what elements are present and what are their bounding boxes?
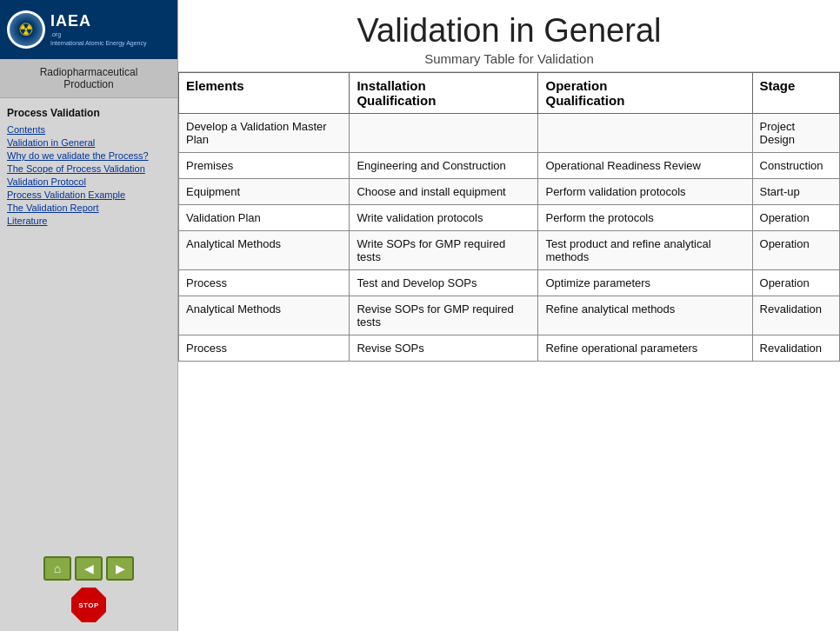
table-header-cell: InstallationQualification	[350, 73, 538, 114]
table-header: ElementsInstallationQualificationOperati…	[179, 73, 840, 114]
table-cell-stage: Construction	[752, 153, 839, 179]
stop-button[interactable]: STOP	[71, 588, 106, 622]
table-cell-element: Validation Plan	[179, 205, 350, 231]
page-subtitle: Summary Table for Validation	[187, 51, 831, 66]
table-cell-operation: Perform the protocols	[538, 205, 752, 231]
table-cell-element: Develop a Validation Master Plan	[179, 114, 350, 153]
main-header: Validation in General Summary Table for …	[178, 0, 840, 72]
table-cell-installation: Engineering and Construction	[350, 153, 538, 179]
table-cell-installation	[350, 114, 538, 153]
sidebar-nav-link[interactable]: Validation Protocol	[7, 176, 170, 187]
table-cell-element: Premises	[179, 153, 350, 179]
iaea-logo-icon	[10, 13, 43, 46]
sidebar-nav-link[interactable]: The Validation Report	[7, 203, 170, 213]
iaea-title: IAEA	[50, 12, 147, 30]
table-cell-stage: Operation	[752, 205, 839, 231]
nav-buttons: ⌂ ◀ ▶	[43, 556, 134, 581]
table-cell-stage: Revalidation	[752, 335, 839, 362]
table-cell-operation: Operational Readiness Review	[538, 153, 752, 179]
table-cell-installation: Choose and install equipment	[350, 179, 538, 205]
table-cell-stage: Operation	[752, 231, 839, 270]
table-cell-element: Equipment	[179, 179, 350, 205]
table-cell-operation: Refine analytical methods	[538, 296, 752, 335]
table-cell-operation	[538, 114, 752, 153]
table-cell-operation: Optimize parameters	[538, 270, 752, 296]
validation-table: ElementsInstallationQualificationOperati…	[178, 72, 840, 362]
table-row: PremisesEngineering and ConstructionOper…	[179, 153, 840, 179]
sidebar-footer: ⌂ ◀ ▶ STOP	[0, 548, 177, 631]
sidebar-nav: Process Validation ContentsValidation in…	[0, 98, 177, 548]
table-body: Develop a Validation Master PlanProject …	[179, 114, 840, 362]
table-row: Analytical MethodsRevise SOPs for GMP re…	[179, 296, 840, 335]
sidebar-nav-link[interactable]: Validation in General	[7, 137, 170, 148]
table-row: ProcessRevise SOPsRefine operational par…	[179, 335, 840, 362]
table-cell-element: Process	[179, 335, 350, 362]
table-row: ProcessTest and Develop SOPsOptimize par…	[179, 270, 840, 296]
sidebar-nav-link[interactable]: Literature	[7, 216, 170, 226]
table-cell-element: Analytical Methods	[179, 231, 350, 270]
table-cell-installation: Revise SOPs	[350, 335, 538, 362]
table-cell-stage: Project Design	[752, 114, 839, 153]
table-row: Validation PlanWrite validation protocol…	[179, 205, 840, 231]
table-cell-stage: Revalidation	[752, 296, 839, 335]
nav-links: ContentsValidation in GeneralWhy do we v…	[7, 124, 170, 226]
table-cell-stage: Operation	[752, 270, 839, 296]
table-cell-installation: Write SOPs for GMP required tests	[350, 231, 538, 270]
table-header-cell: OperationQualification	[538, 73, 752, 114]
sidebar-nav-link[interactable]: The Scope of Process Validation	[7, 163, 170, 174]
table-row: EquipmentChoose and install equipmentPer…	[179, 179, 840, 205]
back-button[interactable]: ◀	[75, 556, 103, 581]
iaea-subtitle: .org International Atomic Energy Agency	[50, 30, 147, 46]
table-cell-operation: Perform validation protocols	[538, 179, 752, 205]
table-cell-stage: Start-up	[752, 179, 839, 205]
section-title: Radiopharmaceutical Production	[0, 59, 177, 98]
table-cell-operation: Refine operational parameters	[538, 335, 752, 362]
table-header-cell: Stage	[752, 73, 839, 114]
table-cell-installation: Write validation protocols	[350, 205, 538, 231]
table-cell-installation: Revise SOPs for GMP required tests	[350, 296, 538, 335]
page-title: Validation in General	[187, 12, 831, 50]
sidebar-nav-link[interactable]: Process Validation Example	[7, 189, 170, 200]
nav-heading: Process Validation	[7, 107, 170, 119]
table-cell-element: Process	[179, 270, 350, 296]
logo-area: IAEA .org International Atomic Energy Ag…	[0, 0, 177, 59]
sidebar-nav-link[interactable]: Contents	[7, 124, 170, 135]
forward-button[interactable]: ▶	[106, 556, 134, 581]
table-wrapper: ElementsInstallationQualificationOperati…	[178, 72, 840, 631]
home-button[interactable]: ⌂	[43, 556, 71, 581]
table-header-cell: Elements	[179, 73, 350, 114]
table-cell-installation: Test and Develop SOPs	[350, 270, 538, 296]
table-cell-operation: Test product and refine analytical metho…	[538, 231, 752, 270]
iaea-text: IAEA .org International Atomic Energy Ag…	[50, 12, 147, 46]
sidebar-nav-link[interactable]: Why do we validate the Process?	[7, 150, 170, 161]
iaea-logo	[7, 10, 45, 49]
table-row: Analytical MethodsWrite SOPs for GMP req…	[179, 231, 840, 270]
table-cell-element: Analytical Methods	[179, 296, 350, 335]
main-content: Validation in General Summary Table for …	[178, 0, 840, 631]
sidebar: IAEA .org International Atomic Energy Ag…	[0, 0, 178, 631]
table-row: Develop a Validation Master PlanProject …	[179, 114, 840, 153]
